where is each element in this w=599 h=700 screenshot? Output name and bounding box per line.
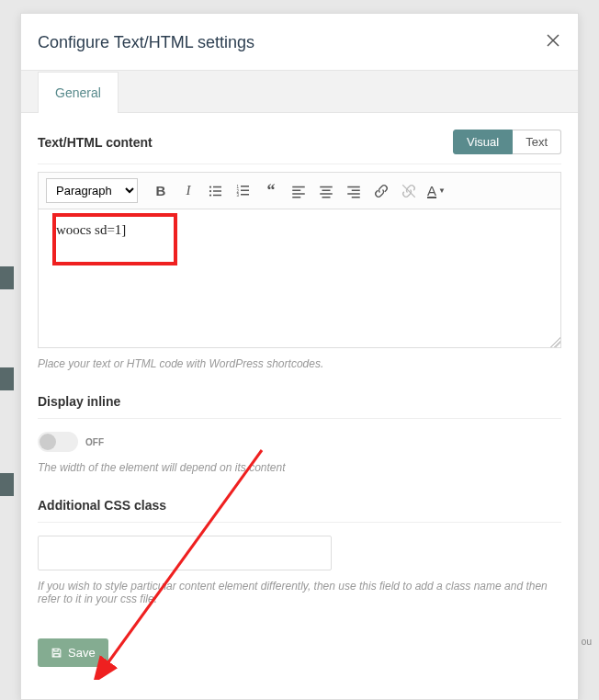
css-class-input[interactable] <box>38 536 332 570</box>
css-class-field: Additional CSS class If you wish to styl… <box>38 489 561 605</box>
svg-rect-22 <box>347 193 360 195</box>
svg-point-0 <box>209 186 211 187</box>
align-center-icon <box>318 183 334 199</box>
inline-help: The width of the element will depend on … <box>38 461 561 474</box>
bullet-list-button[interactable] <box>204 179 228 203</box>
close-button[interactable] <box>545 32 561 53</box>
bg-tab <box>0 367 14 390</box>
align-center-button[interactable] <box>314 179 338 203</box>
content-help: Place your text or HTML code with WordPr… <box>38 357 561 370</box>
svg-rect-12 <box>292 186 305 187</box>
bullet-list-icon <box>208 183 224 199</box>
svg-rect-15 <box>292 197 300 198</box>
toggle-knob <box>40 434 56 450</box>
bold-button[interactable]: B <box>149 179 173 203</box>
format-select[interactable]: Paragraph <box>46 178 138 203</box>
svg-rect-13 <box>292 189 300 191</box>
inline-toggle[interactable] <box>38 432 78 452</box>
svg-rect-19 <box>322 197 331 198</box>
unlink-button[interactable] <box>397 179 421 203</box>
save-button[interactable]: Save <box>38 638 108 667</box>
modal-header: Configure Text/HTML settings <box>21 14 578 70</box>
italic-button[interactable]: I <box>176 179 200 203</box>
unlink-icon <box>401 183 417 199</box>
css-class-help: If you wish to style particular content … <box>38 580 561 605</box>
tabs-bar: General <box>21 70 578 113</box>
modal-body: Text/HTML content Visual Text Paragraph … <box>21 113 578 683</box>
editor-toolbar: Paragraph B I 123 “ <box>39 173 560 209</box>
svg-rect-20 <box>347 186 360 187</box>
svg-rect-21 <box>352 189 360 191</box>
svg-text:3: 3 <box>237 193 240 198</box>
svg-rect-1 <box>213 186 221 187</box>
content-field: Text/HTML content Visual Text Paragraph … <box>38 124 561 370</box>
text-mode-button[interactable]: Text <box>513 130 561 154</box>
modal-title: Configure Text/HTML settings <box>38 33 254 52</box>
svg-rect-16 <box>320 186 333 187</box>
close-icon <box>545 32 561 49</box>
svg-rect-23 <box>352 197 360 198</box>
css-class-label: Additional CSS class <box>38 489 561 523</box>
align-right-button[interactable] <box>342 179 366 203</box>
save-button-label: Save <box>68 646 96 660</box>
svg-rect-17 <box>322 189 331 191</box>
content-label: Text/HTML content <box>38 135 153 150</box>
align-left-icon <box>290 183 307 199</box>
editor-content[interactable]: [woocs sd=1] <box>39 209 560 347</box>
svg-rect-14 <box>292 193 305 195</box>
svg-rect-11 <box>241 194 249 196</box>
svg-point-2 <box>209 189 211 191</box>
visual-mode-button[interactable]: Visual <box>453 130 513 154</box>
text-color-button[interactable]: A ▼ <box>424 179 448 203</box>
bg-tab <box>0 473 14 496</box>
bg-tab <box>0 266 14 289</box>
numbered-list-button[interactable]: 123 <box>232 179 255 203</box>
link-button[interactable] <box>369 179 393 203</box>
align-left-button[interactable] <box>287 179 311 203</box>
save-icon <box>51 647 62 659</box>
svg-point-4 <box>209 194 211 196</box>
editor-mode-toggle: Visual Text <box>453 130 561 154</box>
content-header-row: Text/HTML content Visual Text <box>38 124 561 164</box>
tab-general[interactable]: General <box>38 72 119 113</box>
editor: Paragraph B I 123 “ <box>38 172 561 348</box>
inline-label: Display inline <box>38 385 561 419</box>
svg-rect-3 <box>213 190 221 192</box>
svg-rect-9 <box>241 189 249 191</box>
svg-rect-5 <box>213 194 221 196</box>
align-right-icon <box>345 183 362 199</box>
toggle-state-label: OFF <box>85 437 104 447</box>
svg-rect-18 <box>320 193 333 195</box>
blockquote-button[interactable]: “ <box>259 179 283 203</box>
svg-rect-7 <box>241 186 249 187</box>
link-icon <box>373 183 390 199</box>
inline-field: Display inline OFF The width of the elem… <box>38 385 561 474</box>
numbered-list-icon: 123 <box>235 183 252 199</box>
settings-modal: Configure Text/HTML settings General Tex… <box>20 13 579 700</box>
